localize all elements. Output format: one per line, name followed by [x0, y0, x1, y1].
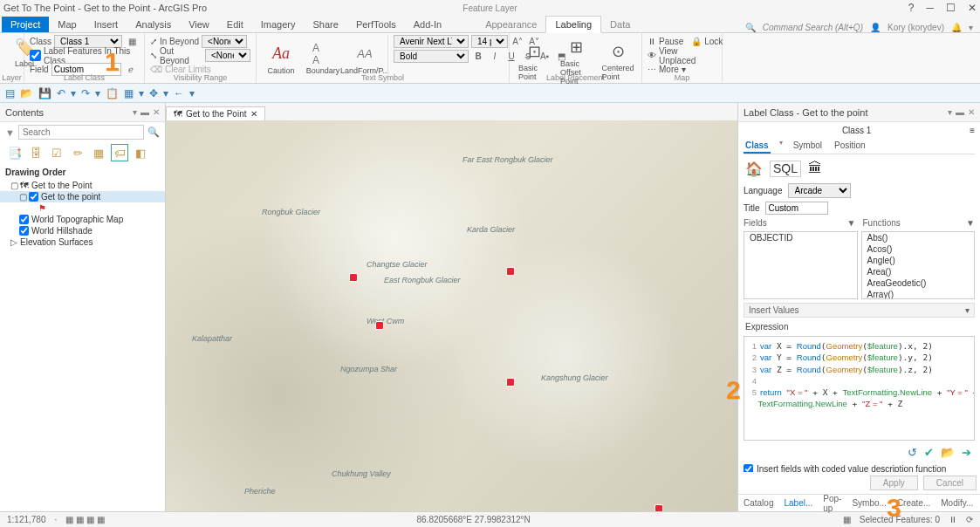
dock-modify[interactable]: Modify... [935, 496, 978, 510]
filter-functions-icon[interactable]: ▼ [966, 218, 975, 228]
list-labeling-icon[interactable]: 🏷 [112, 145, 127, 161]
close-pane-icon[interactable]: ✕ [968, 107, 975, 117]
dock-label[interactable]: Label... [778, 496, 818, 510]
tab-imagery[interactable]: Imagery [252, 17, 305, 32]
view-unplaced-icon[interactable]: 👁 [648, 51, 656, 60]
tab-appearance[interactable]: Appearance [476, 17, 545, 32]
basemap2-visibility-checkbox[interactable] [19, 226, 29, 236]
filter-fields-icon[interactable]: ▼ [847, 218, 856, 228]
basemap-visibility-checkbox[interactable] [19, 215, 29, 224]
dock-catalog[interactable]: Catalog [738, 496, 778, 510]
insert-values-dropdown[interactable]: Insert Values [749, 305, 799, 315]
search-icon[interactable]: 🔍 [745, 23, 756, 32]
view-tool-icons[interactable]: ▦ ▦ ▦ ▦ [65, 515, 104, 524]
dock-icon[interactable]: ▾ [133, 107, 137, 117]
basemap-topo-item[interactable]: World Topographic Map [0, 214, 165, 225]
help-icon[interactable]: ? [908, 2, 915, 14]
search-input[interactable] [18, 125, 144, 140]
pause-drawing-icon[interactable]: ⏸ [949, 515, 957, 524]
layer-item[interactable]: ▢Get to the point [0, 191, 165, 202]
user-name[interactable]: Kory (korydev) [887, 23, 944, 32]
layer-visibility-checkbox[interactable] [29, 192, 38, 202]
list-editing-icon[interactable]: ✏ [70, 145, 86, 161]
weight-select[interactable]: Bold [394, 50, 469, 63]
dock-icon[interactable]: ▾ [948, 107, 952, 117]
map-frame-item[interactable]: ▢🗺Get to the Point [0, 180, 165, 191]
map-canvas[interactable]: Far East Rongbuk Glacier Rongbuk Glacier… [166, 120, 737, 511]
bold-icon[interactable]: B [471, 51, 485, 63]
minimize-icon[interactable]: ─ [926, 2, 934, 14]
list-selection-icon[interactable]: ☑ [49, 145, 65, 161]
tab-data[interactable]: Data [601, 17, 639, 32]
size-select[interactable]: 14 pt [471, 35, 508, 48]
close-maptab-icon[interactable]: ✕ [250, 109, 257, 119]
map-tab[interactable]: 🗺Get to the Point✕ [166, 106, 265, 120]
tab-labeling[interactable]: Labeling [545, 16, 601, 33]
maximize-icon[interactable]: ☐ [946, 2, 956, 14]
full-extent-icon[interactable]: ▦ [124, 87, 134, 99]
list-source-icon[interactable]: 🗄 [28, 145, 44, 161]
clipboard-icon[interactable]: 📋 [106, 87, 119, 99]
subtab-position[interactable]: Position [833, 139, 867, 154]
coded-value-checkbox[interactable] [744, 464, 753, 472]
refresh-icon[interactable]: ⟳ [966, 515, 973, 524]
functions-list[interactable]: Abs()Acos()Angle()Area()AreaGeodetic()Ar… [861, 231, 976, 299]
tab-project[interactable]: Project [2, 17, 49, 32]
export-icon[interactable]: ➔ [962, 446, 971, 459]
notifications-icon[interactable]: 🔔 [951, 23, 962, 32]
tab-share[interactable]: Share [305, 17, 347, 32]
layer-symbol[interactable]: ⚑ [0, 202, 165, 214]
qat-more-icon[interactable]: ▾ [189, 87, 195, 99]
expression-editor[interactable]: 1var X = Round(Geometry($feature).x, 2) … [744, 336, 975, 441]
feature-point[interactable] [349, 273, 358, 282]
close-pane-icon[interactable]: ✕ [153, 107, 160, 117]
dock-popup[interactable]: Pop-up [818, 492, 846, 515]
out-beyond-select[interactable]: <None> [205, 49, 250, 62]
filter-icon[interactable]: ▼ [5, 127, 15, 138]
feature-point[interactable] [506, 267, 515, 276]
subtab-class[interactable]: Class [744, 139, 771, 154]
language-select[interactable]: Arcade [788, 183, 851, 198]
back-icon[interactable]: ← [174, 87, 184, 99]
elevation-group[interactable]: ▷Elevation Surfaces [0, 236, 165, 248]
selection-icon[interactable]: ▦ [843, 515, 851, 524]
burger-icon[interactable]: ≡ [970, 126, 975, 135]
search-icon[interactable]: 🔍 [147, 127, 160, 138]
save-icon[interactable]: 💾 [38, 87, 51, 99]
tab-map[interactable]: Map [49, 17, 85, 32]
list-drawing-order-icon[interactable]: 📑 [7, 145, 23, 161]
tab-analysis[interactable]: Analysis [127, 17, 180, 32]
redo-icon[interactable]: ↷ [81, 87, 90, 99]
tab-addin[interactable]: Add-In [405, 17, 450, 32]
feature-point[interactable] [375, 321, 384, 330]
tab-edit[interactable]: Edit [218, 17, 252, 32]
font-select[interactable]: Avenir Next LT Pro [394, 35, 469, 48]
basemap-hillshade-item[interactable]: World Hillshade [0, 225, 165, 236]
autohide-icon[interactable]: ▬ [140, 107, 149, 117]
undo-expr-icon[interactable]: ↺ [908, 446, 917, 459]
scale-icon[interactable]: 🏛 [808, 161, 822, 177]
load-icon[interactable]: 📂 [941, 446, 955, 459]
italic-icon[interactable]: I [488, 51, 502, 63]
cancel-button[interactable]: Cancel [923, 476, 977, 490]
tab-perftools[interactable]: PerfTools [347, 17, 405, 32]
sql-icon[interactable]: SQL [770, 161, 801, 177]
command-search[interactable]: Command Search (Alt+Q) [763, 23, 863, 32]
list-snapping-icon[interactable]: ▦ [91, 145, 106, 161]
label-features-checkbox[interactable] [30, 49, 41, 62]
explore-icon[interactable]: ✥ [149, 87, 158, 99]
expression-builder-icon[interactable]: 🏠 [745, 161, 763, 177]
list-perspective-icon[interactable]: ◧ [133, 145, 148, 161]
autohide-icon[interactable]: ▬ [956, 107, 964, 117]
new-project-icon[interactable]: ▤ [5, 87, 15, 99]
validate-icon[interactable]: ✔ [924, 446, 934, 459]
tab-insert[interactable]: Insert [86, 17, 127, 32]
tab-view[interactable]: View [180, 17, 218, 32]
close-icon[interactable]: ✕ [968, 2, 977, 14]
open-icon[interactable]: 📂 [20, 87, 33, 99]
in-beyond-select[interactable]: <None> [202, 35, 247, 48]
scale-display[interactable]: 1:121,780 [7, 515, 46, 524]
apply-button[interactable]: Apply [870, 476, 918, 490]
feature-point[interactable] [654, 504, 663, 511]
fields-list[interactable]: OBJECTID [744, 231, 858, 299]
